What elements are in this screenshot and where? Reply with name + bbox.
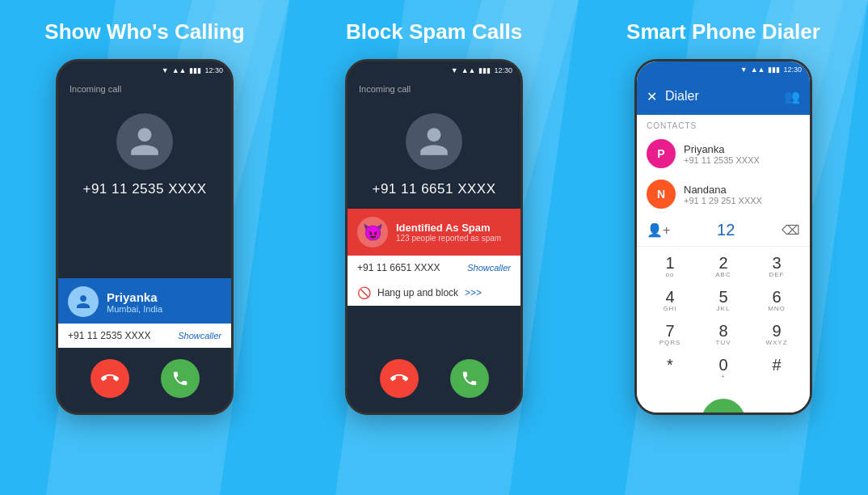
spam-subtitle: 123 people reported as spam [396,234,511,243]
hangup-text[interactable]: Hang up and block [377,287,458,298]
phone-3: ▼ ▲▲ ▮▮▮ 12:30 ✕ Dialer 👥 CONTACTS P Pri… [634,59,812,415]
person-icon-small [74,292,93,311]
contact-name-1: Priyanka [684,143,800,155]
wifi-icon-3: ▲▲ [751,66,765,74]
caller-location: Mumbai, India [107,304,221,314]
dialer-bottom [637,389,810,415]
key-2[interactable]: 2ABC [697,250,750,284]
decline-button-2[interactable] [380,359,419,398]
section2-title: Block Spam Calls [346,19,522,44]
phone-1: ▼ ▲▲ ▮▮▮ 12:30 Incoming call +91 11 2535… [56,59,234,415]
contact-avatar-nandana: N [647,180,676,209]
battery-icon: ▮▮▮ [189,66,201,74]
call-actions-2 [348,306,520,412]
signal-icon-2: ▼ [451,66,458,74]
caller-number-row-2: +91 11 6651 XXXX Showcaller [348,256,520,280]
wifi-icon-2: ▲▲ [461,66,476,74]
status-bar-1: ▼ ▲▲ ▮▮▮ 12:30 [58,61,231,79]
key-3[interactable]: 3DEF [750,250,803,284]
caller-name: Priyanka [107,290,221,304]
dialer-input-row: 👤+ 12 ⌫ [637,214,810,247]
accept-icon-1 [171,370,189,387]
hangup-row: 🚫 Hang up and block >>> [348,280,520,306]
key-1[interactable]: 1oo [643,250,697,284]
accept-icon-2 [461,370,478,387]
incoming-label-2: Incoming call [348,79,520,97]
spam-card: 😈 Identified As Spam 123 people reported… [348,209,520,256]
battery-icon-3: ▮▮▮ [768,66,780,74]
spam-title: Identified As Spam [396,222,511,234]
contact-name-2: Nandana [684,184,800,196]
key-5[interactable]: 5JKL [697,284,750,318]
caller-avatar-area-2: +91 11 6651 XXXX [348,97,520,209]
key-7[interactable]: 7PQRS [643,318,697,352]
contact-info-2: Nandana +91 1 29 251 XXXX [684,184,800,205]
signal-icon: ▼ [162,66,169,74]
person-icon-2 [417,125,451,159]
signal-icon-3: ▼ [740,66,748,74]
status-time-2: 12:30 [494,66,512,74]
showcaller-link-1[interactable]: Showcaller [178,331,221,341]
contact-avatar-priyanka: P [647,139,676,168]
key-star[interactable]: * [643,352,697,386]
keypad-grid: 1oo 2ABC 3DEF 4GHI 5JKL 6MNO 7PQRS 8TUV … [637,247,810,389]
close-icon[interactable]: ✕ [647,89,657,104]
hangup-arrow: >>> [465,287,482,298]
caller-avatar-2 [406,113,462,170]
contact-info-1: Priyanka +91 11 2535 XXXX [684,143,800,165]
contact-row-1[interactable]: P Priyanka +91 11 2535 XXXX [637,133,810,174]
call-icon-dialer [714,411,733,415]
spam-icon: 😈 [357,217,388,248]
key-8[interactable]: 8TUV [697,318,750,352]
key-0[interactable]: 0+ [697,352,750,386]
caller-number-row: +91 11 2535 XXXX Showcaller [58,324,231,348]
caller-number-bottom-2: +91 11 6651 XXXX [357,262,440,273]
decline-icon-2 [390,370,408,387]
dialer-title: Dialer [665,89,776,104]
phone-2: ▼ ▲▲ ▮▮▮ 12:30 Incoming call +91 11 6651… [345,59,523,415]
accept-button-2[interactable] [450,359,489,398]
section-show-calling: Show Who's Calling ▼ ▲▲ ▮▮▮ 12:30 Incomi… [0,0,289,495]
status-bar-3: ▼ ▲▲ ▮▮▮ 12:30 [637,61,810,78]
section3-title: Smart Phone Dialer [626,19,820,44]
contact-number-2: +91 1 29 251 XXXX [684,196,800,205]
key-6[interactable]: 6MNO [750,284,803,318]
incoming-label-1: Incoming call [58,79,231,97]
backspace-icon[interactable]: ⌫ [782,222,800,238]
key-hash[interactable]: # [750,352,803,386]
spam-text-area: Identified As Spam 123 people reported a… [396,222,511,243]
caller-number-1: +91 11 2535 XXXX [82,181,206,197]
call-actions-1 [58,348,231,412]
caller-avatar-1 [116,113,173,170]
key-4[interactable]: 4GHI [643,284,697,318]
battery-icon-2: ▮▮▮ [478,66,491,74]
status-bar-2: ▼ ▲▲ ▮▮▮ 12:30 [348,61,520,79]
contacts-icon[interactable]: 👥 [784,89,800,104]
status-time-1: 12:30 [204,66,223,74]
section1-title: Show Who's Calling [44,19,244,44]
dialer-header: ✕ Dialer 👥 [637,78,810,115]
person-icon-1 [128,125,162,159]
decline-button-1[interactable] [91,359,129,398]
contacts-section-label: CONTACTS [637,115,810,133]
wifi-icon: ▲▲ [172,66,187,74]
caller-info-card: Priyanka Mumbai, India [58,278,231,324]
section-dialer: Smart Phone Dialer ▼ ▲▲ ▮▮▮ 12:30 ✕ Dial… [579,0,868,495]
ban-icon: 🚫 [357,286,371,299]
caller-number-2: +91 11 6651 XXXX [372,181,495,197]
caller-number-bottom: +91 11 2535 XXXX [68,330,150,341]
contact-number-1: +91 11 2535 XXXX [684,155,800,165]
status-time-3: 12:30 [783,66,802,74]
add-contact-icon[interactable]: 👤+ [647,222,670,238]
caller-avatar-small [68,286,99,317]
decline-icon-1 [101,370,119,387]
dialer-number-display[interactable]: 12 [676,221,775,239]
section-block-spam: Block Spam Calls ▼ ▲▲ ▮▮▮ 12:30 Incoming… [289,0,579,495]
showcaller-link-2[interactable]: Showcaller [467,263,511,273]
caller-avatar-area-1: +91 11 2535 XXXX [58,97,231,278]
key-9[interactable]: 9WXYZ [750,318,803,352]
contact-row-2[interactable]: N Nandana +91 1 29 251 XXXX [637,174,810,214]
accept-button-1[interactable] [161,359,200,398]
caller-name-info: Priyanka Mumbai, India [107,290,221,314]
call-button-dialer[interactable] [702,399,745,415]
